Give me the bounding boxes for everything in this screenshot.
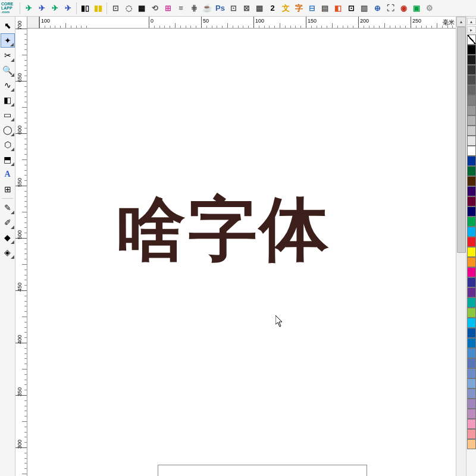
hash-button[interactable]: ⋕ — [187, 2, 201, 15]
swatch-26[interactable] — [467, 308, 476, 318]
tool-eyedropper[interactable]: ✎ — [1, 201, 15, 215]
tool-smartfill[interactable]: ◧ — [1, 93, 15, 107]
swatch-19[interactable] — [467, 237, 476, 247]
swatch-21[interactable] — [467, 257, 476, 267]
palette-up-button[interactable]: ▴ — [467, 18, 476, 25]
swatch-3[interactable] — [467, 75, 476, 85]
tool-zoom[interactable]: 🔍 — [1, 63, 15, 77]
swatch-36[interactable] — [467, 409, 476, 419]
swatch-32[interactable] — [467, 368, 476, 378]
qr-button[interactable]: ▦ — [135, 2, 148, 15]
tool-rectangle[interactable]: ▭ — [1, 108, 15, 122]
swatch-35[interactable] — [467, 399, 476, 409]
window-button[interactable]: ⊡ — [345, 2, 358, 15]
ruler-origin[interactable] — [27, 17, 39, 29]
align-button[interactable]: ≡ — [174, 2, 187, 15]
swatch-34[interactable] — [467, 389, 476, 399]
tool-polygon[interactable]: ⬡ — [1, 137, 15, 152]
scroll-thumb[interactable] — [457, 27, 466, 253]
swatch-8[interactable] — [467, 126, 476, 136]
bars-1-button[interactable]: ▮▯ — [79, 2, 92, 15]
color-palette: ▴ ▸ — [466, 17, 476, 476]
swatch-12[interactable] — [467, 166, 476, 176]
canvas-main-text[interactable]: 啥字体 — [117, 183, 331, 276]
tool-shape[interactable]: ✦ — [1, 33, 15, 48]
layout-1-button[interactable]: ⊟ — [305, 2, 318, 15]
swatch-1[interactable] — [467, 55, 476, 65]
two-button[interactable]: 2 — [266, 2, 279, 15]
canvas-rect[interactable] — [158, 465, 367, 476]
tool-table[interactable]: ⊞ — [1, 182, 15, 196]
target-button[interactable]: ⊕ — [371, 2, 384, 15]
wen-button[interactable]: 文 — [279, 2, 292, 15]
tool-interactive-fill[interactable]: ◈ — [1, 245, 15, 259]
tool-text[interactable]: A — [1, 167, 15, 181]
swatch-15[interactable] — [467, 196, 476, 206]
palette-flyout-button[interactable]: ▸ — [467, 26, 476, 33]
swatch-27[interactable] — [467, 318, 476, 328]
tool-outline-br[interactable]: ✐ — [1, 215, 15, 230]
tool-pick[interactable]: ⬉ — [1, 18, 15, 33]
swatch-37[interactable] — [467, 419, 476, 429]
grid-pink-button[interactable]: ⊞ — [161, 2, 174, 15]
swatch-31[interactable] — [467, 358, 476, 368]
swatch-33[interactable] — [467, 378, 476, 389]
swatch-10[interactable] — [467, 146, 476, 156]
layout-2-button[interactable]: ▤ — [318, 2, 331, 15]
swatch-5[interactable] — [467, 95, 476, 105]
tool-fill[interactable]: ◆ — [1, 230, 15, 245]
swatch-6[interactable] — [467, 105, 476, 115]
swatch-39[interactable] — [467, 439, 476, 449]
swatch-38[interactable] — [467, 429, 476, 439]
ruler-horizontal[interactable]: 毫米 100050100150200250 — [27, 17, 456, 29]
swatch-none[interactable] — [467, 35, 476, 45]
gear-button[interactable]: ⚙ — [423, 2, 436, 15]
image-button[interactable]: ⊡ — [227, 2, 240, 15]
send-1-button[interactable]: ✈ — [22, 2, 35, 15]
send-3-button[interactable]: ✈ — [48, 2, 61, 15]
swatch-7[interactable] — [467, 115, 476, 126]
swatch-23[interactable] — [467, 277, 476, 287]
bars-2-button[interactable]: ▮▮ — [92, 2, 105, 15]
swatch-20[interactable] — [467, 247, 476, 257]
swatch-22[interactable] — [467, 267, 476, 277]
swatch-0[interactable] — [467, 45, 476, 55]
swatch-14[interactable] — [467, 186, 476, 196]
swatch-28[interactable] — [467, 328, 476, 338]
ruler-vertical[interactable]: 700650600550500450400350300 — [15, 17, 27, 476]
arrow-cycle-button[interactable]: ⟲ — [148, 2, 161, 15]
swatch-30[interactable] — [467, 348, 476, 358]
swatch-16[interactable] — [467, 206, 476, 217]
canvas[interactable]: 啥字体 — [27, 29, 456, 476]
send-4-button[interactable]: ✈ — [61, 2, 74, 15]
send-2-button[interactable]: ✈ — [35, 2, 48, 15]
ps-button[interactable]: Ps — [214, 2, 227, 15]
swatch-9[interactable] — [467, 136, 476, 146]
expand-button[interactable]: ⛶ — [384, 2, 397, 15]
swatch-24[interactable] — [467, 287, 476, 298]
scrollbar-vertical[interactable]: ▴ — [456, 17, 466, 476]
swatch-2[interactable] — [467, 65, 476, 75]
swatch-25[interactable] — [467, 298, 476, 308]
tool-crop[interactable]: ✂ — [1, 48, 15, 62]
crop-button[interactable]: ⊡ — [109, 2, 122, 15]
pie-button[interactable]: ◉ — [397, 2, 410, 15]
swatch-17[interactable] — [467, 217, 476, 227]
tool-ellipse[interactable]: ◯ — [1, 123, 15, 137]
swatch-18[interactable] — [467, 227, 476, 237]
swatch-13[interactable] — [467, 176, 476, 186]
checker-button[interactable]: ▩ — [253, 2, 266, 15]
rect-green-button[interactable]: ▣ — [410, 2, 423, 15]
scroll-up-button[interactable]: ▴ — [456, 17, 466, 27]
columns-button[interactable]: ▥ — [358, 2, 371, 15]
swatch-4[interactable] — [467, 85, 476, 95]
circle-dashed-button[interactable]: ◌ — [122, 2, 135, 15]
swatch-29[interactable] — [467, 338, 476, 348]
tool-basic-shapes[interactable]: ⬒ — [1, 152, 15, 167]
swatch-11[interactable] — [467, 156, 476, 166]
tool-freehand[interactable]: ∿ — [1, 78, 15, 92]
swatch-orange-button[interactable]: ◧ — [331, 2, 345, 15]
zi-button[interactable]: 字 — [292, 2, 305, 15]
image-2-button[interactable]: ⊠ — [240, 2, 253, 15]
cup-button[interactable]: ☕ — [201, 2, 214, 15]
